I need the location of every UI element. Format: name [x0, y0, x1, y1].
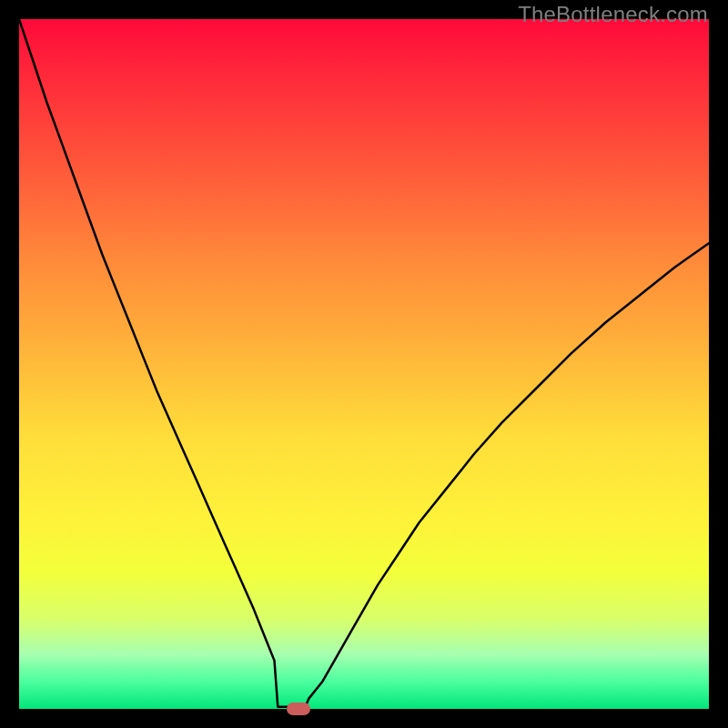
watermark-text: TheBottleneck.com: [518, 2, 708, 27]
bottleneck-curve: [19, 19, 709, 709]
chart-frame: TheBottleneck.com: [0, 0, 728, 728]
optimum-marker: [287, 703, 310, 715]
plot-area: [19, 19, 709, 709]
